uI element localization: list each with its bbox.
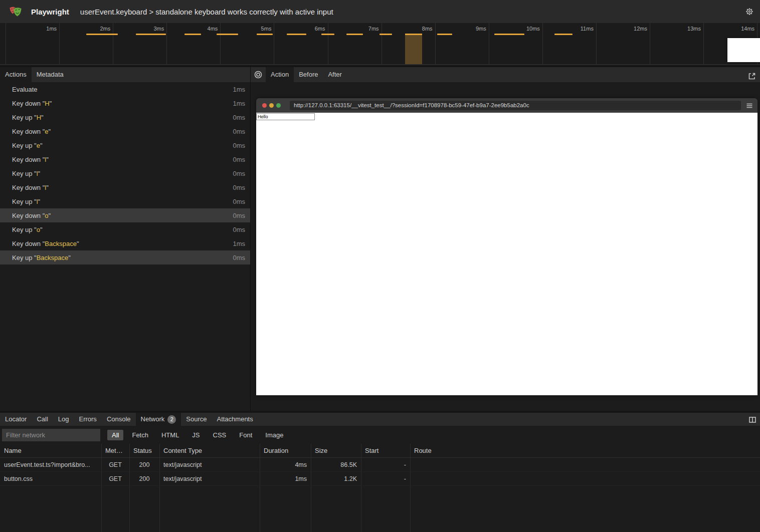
filter-chip-image[interactable]: Image <box>261 430 288 440</box>
bottom-tabbar: LocatorCallLogErrorsConsoleNetwork2Sourc… <box>0 411 760 426</box>
action-duration: 0ms <box>233 128 245 135</box>
action-row[interactable]: Key down "H"1ms <box>0 96 250 110</box>
tab-action[interactable]: Action <box>266 67 294 82</box>
tab-network[interactable]: Network2 <box>136 413 181 426</box>
filter-chip-js[interactable]: JS <box>187 430 204 440</box>
action-row[interactable]: Key down "Backspace"1ms <box>0 236 250 250</box>
tab-label: Action <box>271 67 289 82</box>
action-row[interactable]: Key down "e"0ms <box>0 124 250 138</box>
settings-gear-icon[interactable] <box>744 6 755 17</box>
snapshot-tabbar: ActionBeforeAfter <box>251 65 760 82</box>
action-duration: 0ms <box>233 254 245 261</box>
timeline-action-bar <box>494 34 524 35</box>
hamburger-menu-icon <box>745 102 753 110</box>
tab-label: Attachments <box>217 413 253 426</box>
tab-locator[interactable]: Locator <box>0 413 32 426</box>
tab-attachments[interactable]: Attachments <box>212 413 258 426</box>
action-duration: 0ms <box>233 156 245 163</box>
timeline-gridline <box>703 23 704 64</box>
action-duration: 0ms <box>233 170 245 177</box>
snapshot-text-input <box>256 113 315 120</box>
cell-status: 200 <box>129 475 159 482</box>
tab-log[interactable]: Log <box>53 413 74 426</box>
snapshot-page <box>256 113 757 395</box>
timeline-tick-label: 6ms <box>283 26 325 32</box>
timeline-action-bar <box>217 34 238 35</box>
action-row[interactable]: Key up "l"0ms <box>0 166 250 180</box>
open-snapshot-external-icon[interactable] <box>747 71 757 81</box>
split-view-icon[interactable] <box>748 415 757 424</box>
snapshot-browser-window: http://127.0.0.1:63315/__vitest_test__/?… <box>256 98 757 395</box>
action-duration: 0ms <box>233 198 245 205</box>
playwright-trace-viewer: Playwright userEvent.keyboard > standalo… <box>0 0 760 532</box>
timeline-gridline <box>166 23 167 64</box>
action-row[interactable]: Key down "o"0ms <box>0 208 250 222</box>
timeline-action-bar <box>379 34 392 35</box>
column-header-start: Start <box>361 447 410 454</box>
timeline-action-bar <box>184 34 201 35</box>
action-row[interactable]: Key up "l"0ms <box>0 194 250 208</box>
timeline-tick-label: 9ms <box>444 26 486 32</box>
network-table: NameMethodStatusContent TypeDurationSize… <box>0 444 760 532</box>
tab-label: Metadata <box>37 67 64 82</box>
action-label: Key down "l" <box>12 184 233 191</box>
tab-metadata[interactable]: Metadata <box>32 67 69 82</box>
action-label: Key down "Backspace" <box>12 240 233 247</box>
action-row[interactable]: Key up "o"0ms <box>0 222 250 236</box>
cell-duration: 4ms <box>260 461 311 468</box>
timeline-gridline <box>382 23 382 64</box>
tab-label: Log <box>58 413 69 426</box>
timeline-tick-label: 8ms <box>391 26 433 32</box>
pick-locator-button[interactable] <box>251 67 266 82</box>
timeline-tick-label: 11ms <box>551 26 594 32</box>
action-row[interactable]: Key up "Backspace"0ms <box>0 250 250 264</box>
tab-errors[interactable]: Errors <box>74 413 101 426</box>
filter-chip-font[interactable]: Font <box>235 430 257 440</box>
tab-label: Source <box>186 413 207 426</box>
timeline-gridline <box>6 23 6 64</box>
timeline-scrubber[interactable]: 1ms2ms3ms4ms5ms6ms7ms8ms9ms10ms11ms12ms1… <box>0 23 760 65</box>
snapshot-url: http://127.0.0.1:63315/__vitest_test__/?… <box>290 101 741 110</box>
tab-after[interactable]: After <box>323 67 346 82</box>
tab-label: Network <box>141 413 165 426</box>
filter-chip-css[interactable]: CSS <box>209 430 231 440</box>
action-row[interactable]: Key up "e"0ms <box>0 138 250 152</box>
tab-actions[interactable]: Actions <box>0 67 32 82</box>
tab-source[interactable]: Source <box>181 413 212 426</box>
timeline-tick-label: 2ms <box>68 26 110 32</box>
timeline-hover-thumbnail <box>727 38 760 62</box>
traffic-light-yellow-icon <box>269 103 274 108</box>
tab-label: After <box>328 67 341 82</box>
column-header-status: Status <box>129 447 159 454</box>
filter-chip-all[interactable]: All <box>107 430 123 440</box>
timeline-action-bar <box>287 34 306 35</box>
action-row[interactable]: Key down "l"0ms <box>0 152 250 166</box>
timeline-tick-label: 3ms <box>122 26 164 32</box>
tab-label: Console <box>107 413 131 426</box>
action-row[interactable]: Key up "H"0ms <box>0 110 250 124</box>
timeline-tick-label: 7ms <box>337 26 379 32</box>
action-label: Key up "Backspace" <box>12 254 233 261</box>
cell-name: userEvent.test.ts?import&bro... <box>0 461 101 468</box>
action-duration: 0ms <box>233 114 245 121</box>
cell-size: 1.2K <box>311 475 361 482</box>
tab-call[interactable]: Call <box>32 413 53 426</box>
tab-label: Locator <box>5 413 27 426</box>
action-row[interactable]: Key down "l"0ms <box>0 180 250 194</box>
network-request-row[interactable]: userEvent.test.ts?import&bro...GET200tex… <box>0 458 760 472</box>
timeline-gridline <box>59 23 60 64</box>
tab-label: Errors <box>79 413 96 426</box>
snapshot-browser-chrome: http://127.0.0.1:63315/__vitest_test__/?… <box>256 98 757 113</box>
network-request-row[interactable]: button.cssGET200text/javascript1ms1.2K- <box>0 472 760 486</box>
timeline-tick-label: 14ms <box>712 26 754 32</box>
top-bar: Playwright userEvent.keyboard > standalo… <box>0 0 760 23</box>
bottom-panel: LocatorCallLogErrorsConsoleNetwork2Sourc… <box>0 411 760 532</box>
network-filter-input[interactable] <box>2 429 100 441</box>
column-header-content-type: Content Type <box>159 447 260 454</box>
filter-chip-fetch[interactable]: Fetch <box>127 430 153 440</box>
tab-console[interactable]: Console <box>102 413 136 426</box>
filter-chip-html[interactable]: HTML <box>157 430 183 440</box>
action-row[interactable]: Evaluate1ms <box>0 82 250 96</box>
tab-before[interactable]: Before <box>294 67 323 82</box>
actions-metadata-tabbar: ActionsMetadata <box>0 65 250 82</box>
